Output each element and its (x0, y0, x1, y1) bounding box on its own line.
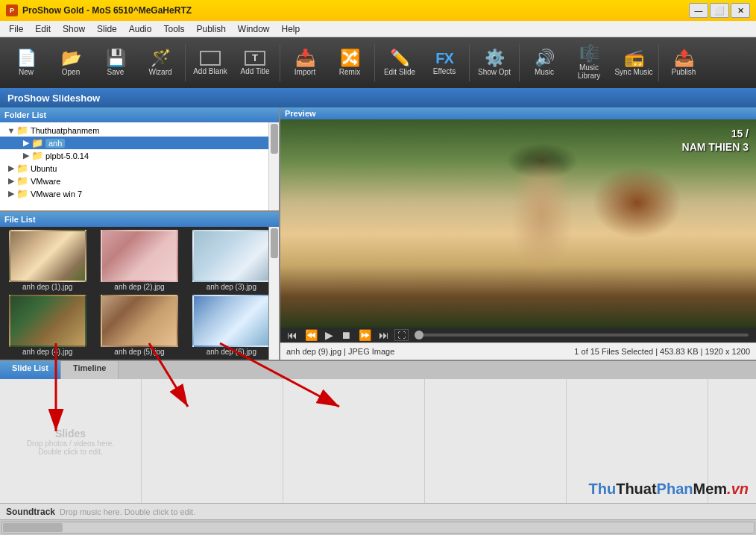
preview-info: anh dep (9).jpg | JPEG Image 1 of 15 Fil… (280, 342, 756, 360)
watermark-thu: Thu (589, 481, 617, 497)
file-name-6: anh dep (6).jpg (207, 347, 256, 357)
menu-help[interactable]: Help (276, 22, 306, 36)
file-item-2[interactable]: anh dep (2).jpg (95, 230, 183, 292)
upper-content: Folder List ▼ 📁 Thuthuatphanmem ▶ 📁 anh … (0, 107, 756, 360)
music-library-label: Music Library (569, 63, 609, 80)
expand-icon: ▶ (21, 151, 31, 160)
folder-tree[interactable]: ▼ 📁 Thuthuatphanmem ▶ 📁 anh ▶ 📁 plpbt-5.… (0, 122, 279, 210)
slide-drop-zone[interactable]: Slides Drop photos / videos here.Double … (0, 379, 142, 504)
title-bar: P ProShow Gold - MoS 6510^MeGaHeRTZ — ⬜ … (0, 0, 756, 21)
toolbar-separator-3 (374, 44, 375, 81)
file-item-3[interactable]: anh dep (3).jpg (187, 230, 276, 292)
right-panel: Preview (280, 107, 756, 360)
svg-point-10 (334, 135, 462, 231)
preview-watermark: 15 / NAM THIEN 3 (682, 127, 749, 154)
new-button[interactable]: 📄 New (4, 40, 48, 85)
menu-show[interactable]: Show (57, 22, 91, 36)
publish-label: Publish (672, 68, 696, 76)
publish-button[interactable]: 📤 Publish (662, 40, 705, 85)
close-button[interactable]: ✕ (731, 3, 750, 18)
svg-rect-3 (550, 216, 560, 295)
maximize-button[interactable]: ⬜ (710, 3, 729, 18)
file-item-5[interactable]: anh dep (5).jpg (95, 295, 183, 357)
status-bar[interactable] (0, 519, 756, 535)
open-button[interactable]: 📂 Open (49, 40, 92, 85)
folder-tree-scrollbar[interactable] (268, 122, 279, 210)
sync-music-button[interactable]: 📻 Sync Music (612, 40, 655, 85)
preview-seekbar[interactable] (415, 334, 749, 337)
toolbar-separator-2 (280, 44, 280, 81)
fullscreen-button[interactable]: ⛶ (394, 329, 409, 341)
add-blank-button[interactable]: Add Blank (189, 40, 232, 85)
wizard-button[interactable]: 🪄 Wizard (139, 40, 182, 85)
tab-timeline[interactable]: Timeline (61, 361, 119, 379)
show-opt-button[interactable]: ⚙️ Show Opt (473, 40, 516, 85)
svg-rect-4 (526, 192, 590, 232)
toolbar-separator-4 (469, 44, 470, 81)
tree-item-anh[interactable]: ▶ 📁 anh (0, 137, 279, 149)
file-item-6[interactable]: anh dep (6).jpg (187, 295, 276, 357)
file-item-4[interactable]: anh dep (4).jpg (3, 295, 92, 357)
publish-icon: 📤 (674, 50, 694, 66)
watermark-thuat: Thuat (616, 481, 656, 497)
slide-placeholder-2[interactable] (142, 379, 283, 504)
file-item-1[interactable]: anh dep (1).jpg (3, 230, 92, 292)
menu-edit[interactable]: Edit (29, 22, 57, 36)
folder-icon: 📁 (16, 175, 28, 187)
svg-point-7 (462, 154, 510, 189)
add-blank-label: Add Blank (193, 67, 227, 75)
add-title-button[interactable]: T Add Title (233, 40, 277, 85)
menu-audio[interactable]: Audio (123, 22, 158, 36)
slide-tabs: Slide List Timeline (0, 361, 756, 379)
svg-rect-9 (461, 224, 512, 280)
music-button[interactable]: 🔊 Music (523, 40, 566, 85)
left-panel: Folder List ▼ 📁 Thuthuatphanmem ▶ 📁 anh … (0, 107, 280, 360)
menu-file[interactable]: File (3, 22, 29, 36)
expand-icon: ▶ (21, 138, 31, 148)
minimize-button[interactable]: — (689, 3, 708, 18)
tab-slide-list[interactable]: Slide List (0, 361, 61, 379)
slide-placeholder-4[interactable] (425, 379, 567, 504)
menu-window[interactable]: Window (232, 22, 276, 36)
import-icon: 📥 (295, 50, 315, 66)
toolbar-separator-6 (658, 44, 659, 81)
step-back-button[interactable]: ⏪ (303, 329, 320, 341)
skip-start-button[interactable]: ⏮ (285, 329, 300, 341)
add-blank-icon (200, 51, 221, 66)
file-thumb-3 (192, 230, 270, 282)
save-button[interactable]: 💾 Save (94, 40, 137, 85)
soundtrack-bar: Soundtrack Drop music here. Double click… (0, 503, 756, 519)
tree-item-vmware-win7[interactable]: ▶ 📁 VMware win 7 (0, 187, 279, 200)
folder-icon: 📁 (16, 163, 28, 174)
app-header: ProShow Slideshow (0, 88, 756, 107)
skip-end-button[interactable]: ⏭ (377, 329, 391, 341)
menu-publish[interactable]: Publish (190, 22, 231, 36)
remix-button[interactable]: 🔀 Remix (328, 40, 371, 85)
svg-rect-8 (464, 207, 508, 280)
play-button[interactable]: ▶ (323, 329, 336, 341)
edit-slide-button[interactable]: ✏️ Edit Slide (378, 40, 421, 85)
step-forward-button[interactable]: ⏩ (356, 329, 374, 341)
file-list-header: File List (0, 212, 279, 227)
expand-icon: ▶ (6, 176, 16, 186)
import-button[interactable]: 📥 Import (283, 40, 327, 85)
sync-music-icon: 📻 (624, 50, 644, 66)
add-title-label: Add Title (241, 67, 270, 75)
svg-rect-2 (280, 263, 756, 328)
window-title: ProShow Gold - MoS 6510^MeGaHeRTZ (22, 5, 689, 16)
preview-controls: ⏮ ⏪ ▶ ⏹ ⏩ ⏭ ⛶ (280, 328, 756, 342)
slide-placeholder-3[interactable] (283, 379, 425, 504)
menu-tools[interactable]: Tools (157, 22, 190, 36)
horizontal-scrollbar[interactable] (1, 522, 755, 534)
fx-button[interactable]: FX Effects (423, 40, 466, 85)
stop-button[interactable]: ⏹ (338, 329, 353, 341)
music-library-button[interactable]: 🎼 Music Library (567, 40, 611, 85)
tree-item-ubuntu[interactable]: ▶ 📁 Ubuntu (0, 162, 279, 175)
menu-slide[interactable]: Slide (91, 22, 123, 36)
file-thumb-1 (9, 230, 86, 282)
soundtrack-placeholder: Drop music here. Double click to edit. (60, 507, 195, 516)
tree-item-plpbt[interactable]: ▶ 📁 plpbt-5.0.14 (0, 149, 279, 162)
file-list-scrollbar[interactable] (268, 227, 279, 360)
tree-item-thuthuatphanmem[interactable]: ▼ 📁 Thuthuatphanmem (0, 124, 279, 137)
tree-item-vmware[interactable]: ▶ 📁 VMware (0, 175, 279, 187)
